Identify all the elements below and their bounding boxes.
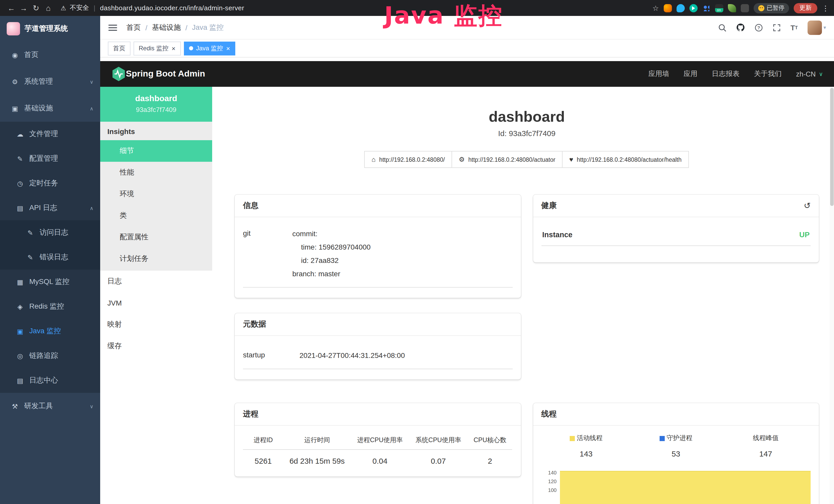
puzzle-extension-icon[interactable] xyxy=(741,4,749,12)
user-avatar[interactable]: ▾ xyxy=(808,20,826,35)
sidebar-item-home[interactable]: ◉ 首页 xyxy=(0,42,100,68)
breadcrumb-home[interactable]: 首页 xyxy=(126,23,141,32)
sba-item-details[interactable]: 细节 xyxy=(100,140,212,162)
sidebar-item-label: 链路追踪 xyxy=(29,351,58,361)
close-icon[interactable]: × xyxy=(226,45,230,52)
sba-item-config-properties[interactable]: 配置属性 xyxy=(100,226,212,248)
collapse-menu-icon[interactable] xyxy=(108,24,117,30)
paused-badge[interactable]: 已暂停 xyxy=(753,3,789,13)
browser-home-icon[interactable]: ⌂ xyxy=(42,4,54,12)
font-size-icon[interactable]: TT xyxy=(791,23,798,31)
health-instance-row[interactable]: Instance UP xyxy=(541,225,811,246)
scrollbar-track[interactable] xyxy=(830,87,834,504)
address-bar[interactable]: ⚠ 不安全 | dashboard.yudao.iocoder.cn/infra… xyxy=(61,4,244,12)
refresh-icon[interactable]: ↻ xyxy=(30,3,42,13)
breadcrumb: 首页 / 基础设施 / Java 监控 xyxy=(126,23,224,32)
annotation-java-monitor-text: Java 监控 xyxy=(384,0,503,32)
sidebar-item-scheduled-tasks[interactable]: ◷ 定时任务 xyxy=(0,171,100,196)
sidebar-item-system-management[interactable]: ⚙ 系统管理 ∨ xyxy=(0,68,100,95)
legend-daemon-threads: 守护进程 53 xyxy=(631,434,721,458)
help-icon[interactable]: ? xyxy=(755,23,763,31)
legend-peak-threads: 线程峰值 147 xyxy=(721,434,811,458)
actuator-url-link[interactable]: ⚙ http://192.168.0.2:48080/actuator xyxy=(452,151,563,168)
sba-item-performance[interactable]: 性能 xyxy=(100,162,212,183)
fullscreen-icon[interactable] xyxy=(773,23,781,31)
sba-item-caches[interactable]: 缓存 xyxy=(100,335,212,357)
sba-sidebar: dashboard 93a3fc7f7409 Insights 细节 性能 环境… xyxy=(100,87,212,504)
y-tick: 140 xyxy=(548,468,556,477)
sba-item-logs[interactable]: 日志 xyxy=(100,271,212,292)
chevron-down-icon: ∨ xyxy=(90,403,93,409)
sba-nav-wallboard[interactable]: 应用墙 xyxy=(648,69,669,78)
process-stat-value: 2 xyxy=(467,450,512,466)
sba-nav-applications[interactable]: 应用 xyxy=(683,69,697,78)
git-commit-line: commit: xyxy=(292,228,512,241)
on-badge-extension-icon[interactable] xyxy=(715,4,723,12)
sidebar-item-dev-tools[interactable]: ⚒ 研发工具 ∨ xyxy=(0,393,100,419)
security-warning-label: 不安全 xyxy=(70,4,89,12)
teal-circle-extension-icon[interactable] xyxy=(689,4,697,12)
process-card-title: 进程 xyxy=(235,403,521,426)
sidebar-item-access-logs[interactable]: ✎ 访问日志 xyxy=(0,220,100,245)
tab-java-monitor[interactable]: Java 监控 × xyxy=(184,41,235,55)
sba-item-classes[interactable]: 类 xyxy=(100,205,212,226)
sba-nav-about[interactable]: 关于我们 xyxy=(754,69,782,78)
breadcrumb-infrastructure[interactable]: 基础设施 xyxy=(152,23,181,32)
infrastructure-icon: ▣ xyxy=(10,105,20,112)
log-document-icon: ▤ xyxy=(16,204,25,212)
blue-legend-swatch xyxy=(659,436,664,441)
forward-icon[interactable]: → xyxy=(18,4,30,12)
sba-item-jvm[interactable]: JVM xyxy=(100,292,212,314)
scrollbar-thumb[interactable] xyxy=(830,88,834,206)
fox-extension-icon[interactable] xyxy=(663,4,672,12)
bookmark-star-icon[interactable]: ☆ xyxy=(652,4,659,12)
sidebar-item-label: 错误日志 xyxy=(40,253,68,262)
droplet-extension-icon[interactable] xyxy=(676,4,684,12)
dots-grid-extension-icon[interactable] xyxy=(702,4,710,12)
sidebar-item-config-management[interactable]: ✎ 配置管理 xyxy=(0,146,100,171)
sidebar-item-api-logs[interactable]: ▤ API 日志 ∧ xyxy=(0,196,100,220)
sba-nav-journal[interactable]: 日志报表 xyxy=(712,69,740,78)
info-card: 信息 git commit: time: 1596289704000 id: 2… xyxy=(235,194,521,298)
sba-instance-header[interactable]: dashboard 93a3fc7f7409 xyxy=(100,87,212,122)
update-button[interactable]: 更新 xyxy=(794,3,817,13)
service-url-text: http://192.168.0.2:48080/ xyxy=(379,156,445,162)
sba-insights-section: Insights 细节 性能 环境 类 配置属性 计划任务 xyxy=(100,122,212,271)
sidebar-item-label: 系统管理 xyxy=(24,77,53,86)
health-url-link[interactable]: ♥ http://192.168.0.2:48080/actuator/heal… xyxy=(562,151,688,168)
legend-value: 143 xyxy=(541,450,631,458)
search-icon[interactable] xyxy=(718,23,726,31)
service-url-link[interactable]: ⌂ http://192.168.0.2:48080/ xyxy=(364,151,452,168)
sba-language-value: zh-CN xyxy=(796,70,816,78)
close-icon[interactable]: × xyxy=(172,45,175,52)
legend-label: 守护进程 xyxy=(666,434,692,443)
sidebar-item-redis-monitor[interactable]: ◈ Redis 监控 xyxy=(0,294,100,319)
history-icon[interactable]: ↺ xyxy=(804,201,811,210)
leaf-extension-icon[interactable] xyxy=(728,4,736,12)
sidebar-item-label: 首页 xyxy=(24,50,39,60)
sba-item-scheduled-tasks[interactable]: 计划任务 xyxy=(100,248,212,270)
sidebar-item-infrastructure[interactable]: ▣ 基础设施 ∧ xyxy=(0,95,100,122)
legend-value: 147 xyxy=(721,450,811,458)
tab-home[interactable]: 首页 xyxy=(108,41,130,55)
sidebar-item-file-management[interactable]: ☁ 文件管理 xyxy=(0,122,100,146)
git-key: git xyxy=(243,228,292,281)
paused-badge-label: 已暂停 xyxy=(767,4,785,12)
tab-redis-monitor[interactable]: Redis 监控 × xyxy=(134,41,180,55)
sidebar-item-mysql-monitor[interactable]: ▦ MySQL 监控 xyxy=(0,270,100,294)
avatar-caret-icon: ▾ xyxy=(824,25,826,30)
sba-item-environment[interactable]: 环境 xyxy=(100,183,212,205)
sba-language-select[interactable]: zh-CN ∨ xyxy=(796,70,823,78)
sidebar-item-label: Redis 监控 xyxy=(29,302,64,311)
sidebar-item-trace[interactable]: ◎ 链路追踪 xyxy=(0,344,100,368)
sidebar-item-java-monitor[interactable]: ▣ Java 监控 xyxy=(0,319,100,344)
back-icon[interactable]: ← xyxy=(5,4,18,12)
browser-menu-icon[interactable]: ⋮ xyxy=(822,4,829,12)
sba-logo[interactable] xyxy=(111,66,126,82)
info-card-title: 信息 xyxy=(235,194,521,217)
github-icon[interactable] xyxy=(736,23,745,32)
sba-item-mappings[interactable]: 映射 xyxy=(100,314,212,335)
redis-icon: ◈ xyxy=(16,303,25,311)
sidebar-item-log-center[interactable]: ▤ 日志中心 xyxy=(0,368,100,393)
sidebar-item-error-logs[interactable]: ✎ 错误日志 xyxy=(0,245,100,270)
